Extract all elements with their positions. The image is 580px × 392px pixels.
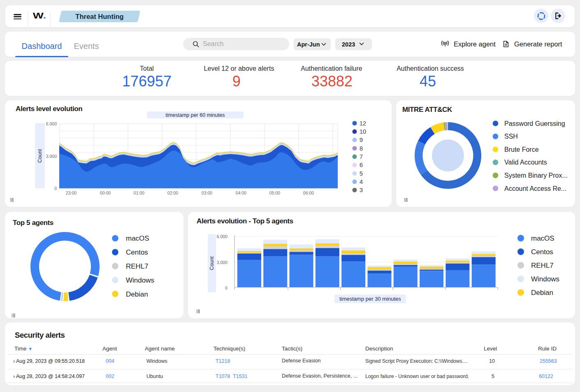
svg-text:04:00: 04:00 — [236, 190, 246, 195]
svg-text:Valid Accounts: Valid Accounts — [504, 159, 547, 166]
svg-text:03:00: 03:00 — [202, 190, 212, 195]
svg-text:0: 0 — [225, 285, 227, 290]
svg-text:23:00: 23:00 — [66, 190, 77, 195]
svg-text:6.000: 6.000 — [46, 121, 57, 126]
svg-text:7: 7 — [360, 153, 363, 160]
svg-text:Debian: Debian — [126, 290, 148, 298]
svg-text:01:00: 01:00 — [134, 190, 144, 195]
svg-text:Debian: Debian — [531, 289, 553, 297]
svg-text:REHL7: REHL7 — [531, 262, 554, 269]
svg-text:3: 3 — [360, 187, 363, 193]
svg-text:06:00: 06:00 — [303, 190, 314, 195]
svg-text:02:00: 02:00 — [167, 190, 178, 195]
svg-text:10: 10 — [360, 128, 366, 135]
svg-text:SSH: SSH — [504, 133, 518, 140]
svg-text:12: 12 — [360, 120, 366, 127]
svg-text:5: 5 — [360, 170, 363, 177]
svg-text:6.000: 6.000 — [217, 234, 227, 239]
svg-text:3.000: 3.000 — [46, 154, 57, 159]
svg-text:Password Guerssing: Password Guerssing — [504, 120, 565, 127]
svg-text:6: 6 — [360, 162, 363, 168]
svg-text:9: 9 — [360, 137, 363, 143]
svg-text:macOS: macOS — [126, 234, 149, 242]
svg-text:4: 4 — [360, 179, 363, 185]
svg-text:00:00: 00:00 — [100, 190, 111, 195]
svg-text:Centos: Centos — [126, 248, 148, 256]
svg-text:Centos: Centos — [531, 248, 553, 256]
svg-text:05:00: 05:00 — [269, 190, 280, 195]
svg-text:Windows: Windows — [531, 275, 559, 283]
svg-text:Account Access Re...: Account Access Re... — [504, 185, 566, 192]
svg-text:3.000: 3.000 — [217, 260, 227, 265]
svg-text:Brute Force: Brute Force — [504, 146, 539, 153]
svg-text:Windows: Windows — [126, 276, 154, 284]
svg-text:8: 8 — [360, 145, 363, 152]
svg-text:0: 0 — [54, 186, 57, 191]
svg-text:System Binary Prox...: System Binary Prox... — [504, 172, 568, 179]
svg-text:macOS: macOS — [531, 234, 554, 242]
svg-text:REHL7: REHL7 — [126, 262, 148, 270]
